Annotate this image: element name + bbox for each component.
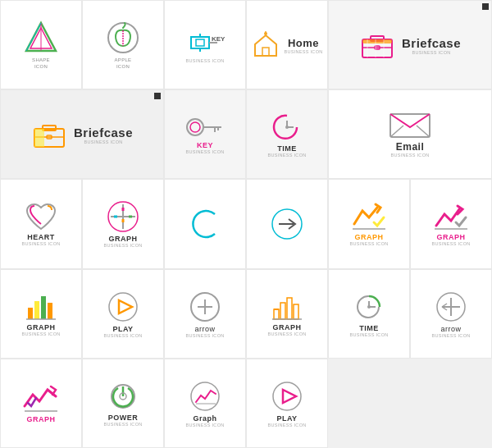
- cell-key2: KEY BUSINESS ICON: [164, 89, 246, 179]
- cell-play2: PLAY BUSINESS ICON: [246, 359, 328, 448]
- svg-rect-52: [34, 301, 39, 319]
- apple-label: APPLEICON: [115, 57, 132, 69]
- cell-briefcase-big: Briefcase BUSINESS ICON: [0, 89, 164, 179]
- graph-bars1-icon: [25, 291, 57, 322]
- cell-time2: TIME BUSINESS ICON: [328, 269, 410, 359]
- graph-check2-title: GRAPH: [436, 233, 465, 241]
- heart-sub: BUSINESS ICON: [22, 241, 61, 246]
- key-circuit-sub: BUSINESS ICON: [186, 58, 225, 63]
- cell-cross-circle: arrow BUSINESS ICON: [410, 269, 492, 359]
- svg-point-36: [285, 126, 289, 129]
- svg-marker-57: [119, 300, 132, 313]
- cross-circle-icon: [434, 290, 468, 324]
- cell-c-letter: [164, 179, 246, 268]
- time1-icon: [271, 111, 303, 144]
- graph-bars1-sub: BUSINESS ICON: [22, 331, 61, 336]
- cell-arrow-right: [246, 179, 328, 268]
- graph-bars2-icon: [271, 291, 303, 322]
- cell-graph-check1: GRAPH BUSINESS ICON: [328, 179, 410, 268]
- svg-point-29: [187, 119, 203, 135]
- graph-cross-sub: BUSINESS ICON: [104, 243, 143, 248]
- time1-title: TIME: [277, 144, 297, 153]
- svg-rect-7: [191, 37, 209, 48]
- cell-graph-bars2: GRAPH BUSINESS ICON: [246, 269, 328, 359]
- cell-plus-circle: arrow BUSINESS ICON: [164, 269, 246, 359]
- graph-cross-title: GRAPH: [108, 235, 137, 243]
- graph-line-title: Graph: [193, 414, 216, 423]
- time2-sub: BUSINESS ICON: [350, 332, 389, 337]
- power-title: POWER: [108, 414, 139, 422]
- graph-cross-icon: [106, 199, 140, 234]
- briefcase-big-sub: BUSINESS ICON: [74, 139, 133, 144]
- graph-check1-title: GRAPH: [354, 233, 383, 241]
- play1-title: PLAY: [112, 325, 133, 333]
- graph-bars1-title: GRAPH: [26, 323, 55, 331]
- arrow-right-icon: [269, 206, 305, 242]
- time1-sub: BUSINESS ICON: [268, 153, 307, 158]
- c-letter-icon: [187, 206, 223, 242]
- apple-icon: [105, 20, 141, 56]
- svg-rect-62: [280, 303, 285, 319]
- cell-time1: TIME BUSINESS ICON: [246, 89, 328, 179]
- home-title: Home: [285, 37, 323, 49]
- svg-point-15: [264, 32, 267, 35]
- cell-briefcase-top: Briefcase BUSINESS ICON: [328, 0, 492, 89]
- svg-rect-20: [362, 39, 392, 43]
- star-icon: [23, 20, 59, 56]
- dot-indicator2: [154, 93, 161, 99]
- plus-circle-sub: BUSINESS ICON: [186, 333, 225, 338]
- graph-check2-icon: [433, 201, 469, 232]
- svg-rect-61: [274, 309, 279, 319]
- svg-point-69: [367, 305, 371, 309]
- graph-check3-title: GRAPH: [26, 415, 55, 423]
- play2-sub: BUSINESS ICON: [268, 423, 307, 427]
- graph-line-sub: BUSINESS ICON: [186, 423, 225, 427]
- svg-rect-54: [48, 303, 52, 319]
- power-sub: BUSINESS ICON: [104, 422, 143, 427]
- briefcase-big-icon: [31, 121, 67, 149]
- cell-apple: APPLEICON: [82, 0, 164, 89]
- graph-bars2-title: GRAPH: [272, 323, 301, 331]
- cell-power: POWER BUSINESS ICON: [82, 359, 164, 448]
- home-sub: BUSINESS ICON: [285, 49, 323, 54]
- graph-check2-sub: BUSINESS ICON: [432, 241, 471, 246]
- cross-circle-sub: BUSINESS ICON: [432, 333, 471, 338]
- graph-check1-icon: [351, 201, 387, 232]
- cell-graph-check3: GRAPH: [0, 359, 82, 448]
- briefcase-top-sub: BUSINESS ICON: [402, 50, 461, 55]
- play2-title: PLAY: [276, 414, 297, 423]
- plus-circle-title: arrow: [194, 325, 215, 333]
- home-icon: [252, 31, 280, 59]
- email-icon: [389, 111, 431, 140]
- briefcase-top-title: Briefcase: [402, 36, 461, 50]
- graph-bars2-sub: BUSINESS ICON: [268, 331, 307, 336]
- svg-rect-11: [196, 39, 204, 46]
- email-title: Email: [396, 141, 425, 153]
- power-icon: [107, 380, 139, 413]
- key-circuit-icon: KEY: [184, 27, 226, 58]
- cell-graph-cross: GRAPH BUSINESS ICON: [82, 179, 164, 268]
- cross-circle-title: arrow: [440, 325, 461, 333]
- heart-title: HEART: [27, 233, 55, 241]
- svg-line-38: [390, 126, 403, 137]
- play1-sub: BUSINESS ICON: [104, 333, 143, 338]
- cell-star: SHAPEICON: [0, 0, 82, 89]
- heart-icon: [24, 201, 58, 232]
- time2-icon: [353, 290, 385, 323]
- svg-marker-82: [283, 390, 296, 403]
- cell-graph-bars1: GRAPH BUSINESS ICON: [0, 269, 82, 359]
- svg-text:KEY: KEY: [212, 35, 226, 43]
- play1-icon: [106, 290, 140, 324]
- svg-point-30: [190, 122, 200, 132]
- play2-icon: [270, 379, 304, 414]
- svg-rect-13: [262, 48, 269, 56]
- star-label: SHAPEICON: [32, 57, 50, 69]
- time2-title: TIME: [359, 324, 379, 332]
- svg-line-4: [26, 23, 41, 51]
- svg-rect-53: [41, 296, 46, 319]
- graph-check3-icon: [23, 383, 59, 414]
- key2-title: KEY: [197, 141, 213, 149]
- cell-graph-line: Graph BUSINESS ICON: [164, 359, 246, 448]
- svg-line-39: [417, 126, 430, 137]
- email-sub: BUSINESS ICON: [391, 153, 430, 158]
